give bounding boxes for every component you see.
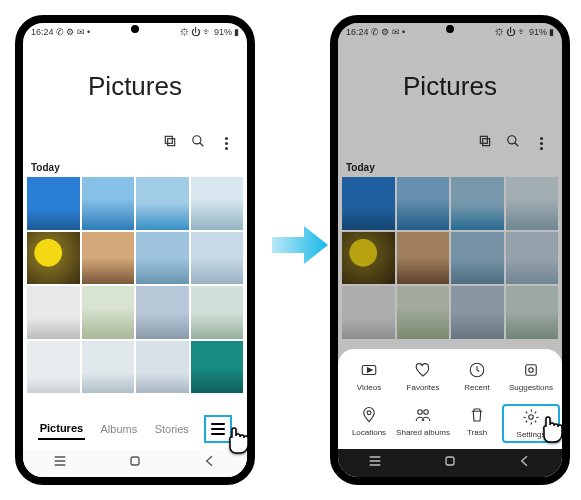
arrow-right-icon xyxy=(270,220,330,270)
android-nav-bar xyxy=(338,449,562,477)
more-icon[interactable] xyxy=(534,136,548,150)
home-button[interactable] xyxy=(127,453,143,473)
svg-line-11 xyxy=(515,143,519,147)
photo-thumb[interactable] xyxy=(136,177,189,230)
status-icons-left: ✆ ⚙ ✉ • xyxy=(371,27,406,37)
photo-thumb[interactable] xyxy=(191,177,244,230)
photo-thumb[interactable] xyxy=(397,232,450,285)
status-time: 16:24 xyxy=(31,27,54,37)
layers-icon[interactable] xyxy=(163,134,177,152)
phone-before: 16:24 ✆ ⚙ ✉ • ⚙ ⏻ ᯤ 91% ▮ Pictures Today xyxy=(15,15,255,485)
svg-rect-0 xyxy=(165,136,172,143)
cursor-hand-icon xyxy=(536,412,568,444)
status-icons-right: ⚙ ⏻ ᯤ xyxy=(495,27,527,37)
search-icon[interactable] xyxy=(191,134,205,152)
phone-after: 16:24 ✆ ⚙ ✉ • ⚙ ⏻ ᯤ 91% ▮ Pictures Today xyxy=(330,15,570,485)
sheet-label: Locations xyxy=(352,428,386,437)
toolbar xyxy=(338,134,562,160)
svg-point-10 xyxy=(508,136,516,144)
photo-thumb[interactable] xyxy=(136,341,189,394)
photo-thumb[interactable] xyxy=(136,232,189,285)
photo-thumb[interactable] xyxy=(136,286,189,339)
status-battery: 91% xyxy=(529,27,547,37)
toolbar xyxy=(23,134,247,160)
photo-thumb[interactable] xyxy=(342,286,395,339)
photo-thumb[interactable] xyxy=(82,341,135,394)
back-button[interactable] xyxy=(202,453,218,473)
photo-thumb[interactable] xyxy=(27,232,80,285)
svg-rect-23 xyxy=(446,457,454,465)
svg-line-3 xyxy=(200,143,204,147)
photo-thumb[interactable] xyxy=(342,232,395,285)
search-icon[interactable] xyxy=(506,134,520,152)
home-button[interactable] xyxy=(442,453,458,473)
photo-thumb[interactable] xyxy=(191,341,244,394)
sheet-videos[interactable]: Videos xyxy=(342,361,396,392)
svg-point-16 xyxy=(367,411,371,415)
photo-thumb[interactable] xyxy=(397,286,450,339)
svg-rect-9 xyxy=(483,139,490,146)
photo-thumb[interactable] xyxy=(191,286,244,339)
photo-thumb[interactable] xyxy=(451,177,504,230)
battery-icon: ▮ xyxy=(549,27,554,37)
photo-thumb[interactable] xyxy=(27,286,80,339)
svg-point-19 xyxy=(529,415,534,420)
photo-thumb[interactable] xyxy=(82,232,135,285)
sheet-label: Recent xyxy=(464,383,489,392)
cursor-hand-icon xyxy=(222,423,254,455)
battery-icon: ▮ xyxy=(234,27,239,37)
sheet-locations[interactable]: Locations xyxy=(342,406,396,441)
photo-thumb[interactable] xyxy=(27,177,80,230)
sheet-recent[interactable]: Recent xyxy=(450,361,504,392)
photo-grid xyxy=(23,175,247,395)
svg-rect-1 xyxy=(168,139,175,146)
bottom-sheet: Videos Favorites Recent Suggestions Loca… xyxy=(338,349,562,449)
sheet-label: Favorites xyxy=(407,383,440,392)
photo-thumb[interactable] xyxy=(506,177,559,230)
sheet-label: Videos xyxy=(357,383,381,392)
recents-button[interactable] xyxy=(52,453,68,473)
svg-point-18 xyxy=(424,410,429,415)
recents-button[interactable] xyxy=(367,453,383,473)
sheet-favorites[interactable]: Favorites xyxy=(396,361,450,392)
tab-stories[interactable]: Stories xyxy=(153,419,191,439)
photo-thumb[interactable] xyxy=(506,286,559,339)
status-time: 16:24 xyxy=(346,27,369,37)
photo-thumb[interactable] xyxy=(506,232,559,285)
camera-notch xyxy=(446,25,454,33)
bottom-tabs: Pictures Albums Stories xyxy=(23,409,247,449)
sheet-label: Trash xyxy=(467,428,487,437)
sheet-label: Shared albums xyxy=(396,428,450,437)
tab-albums[interactable]: Albums xyxy=(99,419,140,439)
svg-point-17 xyxy=(418,410,423,415)
photo-grid xyxy=(338,175,562,341)
camera-notch xyxy=(131,25,139,33)
more-icon[interactable] xyxy=(219,136,233,150)
svg-rect-8 xyxy=(480,136,487,143)
svg-rect-7 xyxy=(131,457,139,465)
page-title: Pictures xyxy=(338,39,562,134)
photo-thumb[interactable] xyxy=(451,286,504,339)
svg-point-2 xyxy=(193,136,201,144)
back-button[interactable] xyxy=(517,453,533,473)
status-battery: 91% xyxy=(214,27,232,37)
photo-thumb[interactable] xyxy=(451,232,504,285)
status-icons-right: ⚙ ⏻ ᯤ xyxy=(180,27,212,37)
photo-thumb[interactable] xyxy=(191,232,244,285)
layers-icon[interactable] xyxy=(478,134,492,152)
photo-thumb[interactable] xyxy=(342,177,395,230)
section-label: Today xyxy=(23,160,247,175)
android-nav-bar xyxy=(23,449,247,477)
sheet-trash[interactable]: Trash xyxy=(450,406,504,441)
photo-thumb[interactable] xyxy=(82,177,135,230)
sheet-shared-albums[interactable]: Shared albums xyxy=(396,406,450,441)
page-title: Pictures xyxy=(23,39,247,134)
status-icons-left: ✆ ⚙ ✉ • xyxy=(56,27,91,37)
photo-thumb[interactable] xyxy=(397,177,450,230)
svg-rect-14 xyxy=(526,365,537,376)
photo-thumb[interactable] xyxy=(82,286,135,339)
photo-thumb[interactable] xyxy=(27,341,80,394)
svg-point-15 xyxy=(529,368,534,373)
sheet-suggestions[interactable]: Suggestions xyxy=(504,361,558,392)
tab-pictures[interactable]: Pictures xyxy=(38,418,85,440)
